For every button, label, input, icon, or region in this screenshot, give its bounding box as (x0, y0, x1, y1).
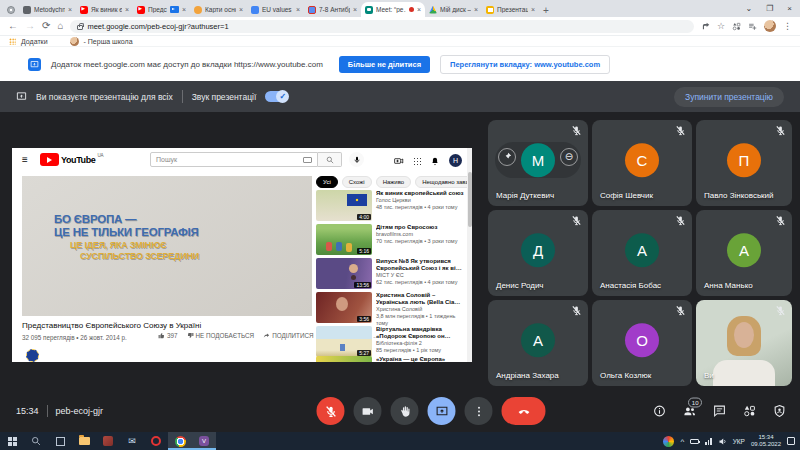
task-view-icon[interactable] (48, 432, 72, 450)
chip-all[interactable]: Усі (316, 176, 338, 188)
tab-karty[interactable]: Карти осно…× (190, 2, 247, 17)
forward-icon[interactable]: → (25, 21, 35, 31)
tab-7-8[interactable]: 7-8 Антибре…× (304, 2, 361, 17)
taskbar-search-icon[interactable] (24, 432, 48, 450)
back-icon[interactable]: ← (8, 21, 18, 31)
meeting-details-icon[interactable] (653, 405, 666, 418)
tab-close-icon[interactable]: × (417, 6, 421, 13)
create-video-icon[interactable] (394, 156, 404, 166)
like-button[interactable]: 397 (158, 332, 178, 339)
participant-tile[interactable]: Д Денис Родич (488, 210, 588, 296)
tab-close-icon[interactable]: × (239, 6, 243, 13)
view-tab-button[interactable]: Переглянути вкладку: www.youtube.com (440, 55, 610, 74)
chat-icon[interactable] (713, 405, 726, 418)
participant-tile[interactable]: ⊖ М Марія Дуткевич (488, 120, 588, 206)
suggested-video[interactable]: 5:27 Віртуальна мандрівка «Подорож Європ… (316, 326, 468, 358)
language-indicator[interactable]: УКР (733, 438, 745, 445)
taskbar-clock[interactable]: 15:3409.05.2022 (751, 434, 781, 449)
activities-icon[interactable] (743, 405, 756, 418)
youtube-search-button[interactable] (318, 152, 342, 167)
participants-icon[interactable]: 10 (683, 405, 696, 418)
tab-close-icon[interactable]: × (531, 6, 535, 13)
bookmark-apps[interactable]: Додатки (21, 38, 48, 45)
present-button[interactable] (428, 397, 456, 425)
bookmark-school[interactable]: - Перша школа (84, 38, 133, 45)
window-close-icon[interactable]: × (787, 4, 792, 13)
reload-icon[interactable]: ⟳ (42, 21, 50, 31)
participant-tile[interactable]: А Анна Манько (696, 210, 792, 296)
file-explorer-icon[interactable] (72, 432, 96, 450)
tab-drive[interactable]: Мій диск – G…× (425, 2, 482, 17)
suggested-video[interactable]: 13:56 Випуск №8 Як утворився Європейськи… (316, 258, 468, 290)
photos-app-icon[interactable] (96, 432, 120, 450)
home-icon[interactable]: ⌂ (57, 21, 63, 31)
video-player[interactable]: БО ЄВРОПА — ЦЕ НЕ ТІЛЬКИ ГЕОГРАФІЯ ЦЕ ІД… (22, 176, 312, 316)
leave-call-button[interactable] (502, 397, 546, 425)
youtube-logo[interactable]: YouTube UA (40, 153, 104, 166)
bookmark-star-icon[interactable]: ☆ (717, 21, 725, 31)
tab-close-icon[interactable]: × (68, 6, 72, 13)
volume-icon[interactable] (718, 437, 727, 446)
youtube-search-input[interactable]: Пошук (150, 152, 318, 167)
chip-live[interactable]: Наживо (376, 176, 412, 188)
window-maximize-icon[interactable]: ❐ (766, 4, 773, 13)
opera-icon[interactable] (144, 432, 168, 450)
chip-related[interactable]: Схожі (342, 176, 372, 188)
browser-menu-icon[interactable]: ⋮ (783, 21, 792, 31)
tab-pinned[interactable] (3, 2, 19, 17)
stop-presentation-button[interactable]: Зупинити презентацію (674, 87, 784, 107)
camera-toggle-button[interactable] (354, 397, 382, 425)
mail-app-icon[interactable]: ✉ (120, 432, 144, 450)
tab-close-icon[interactable]: × (125, 6, 129, 13)
raise-hand-button[interactable] (391, 397, 419, 425)
tab-meet-active[interactable]: Meet: “pe…× (361, 2, 425, 17)
network-icon[interactable] (705, 438, 712, 445)
tab-close-icon[interactable]: × (296, 6, 300, 13)
hidden-icons-chevron[interactable]: ^ (680, 437, 684, 446)
participant-tile[interactable]: О Ольга Козлюк (592, 300, 692, 386)
tab-youtube-1[interactable]: Як виник єв…× (76, 2, 133, 17)
tab-close-icon[interactable]: × (353, 6, 357, 13)
suggested-video[interactable]: 4:00 Як виник європейський союзГолос Цер… (316, 190, 468, 222)
mic-toggle-button[interactable] (317, 397, 345, 425)
participant-tile[interactable]: А Анастасія Бобас (592, 210, 692, 296)
hamburger-menu-icon[interactable]: ≡ (22, 154, 28, 165)
youtube-apps-icon[interactable] (413, 157, 421, 165)
new-tab-button[interactable]: + (539, 3, 553, 17)
account-avatar-icon[interactable] (663, 436, 674, 447)
stop-sharing-button[interactable]: Більше не ділитися (339, 56, 430, 73)
more-options-button[interactable] (465, 397, 493, 425)
tab-eu-values[interactable]: EU values th…× (247, 2, 304, 17)
page-scrollbar[interactable] (467, 148, 472, 362)
keyboard-icon[interactable] (303, 157, 312, 163)
chrome-icon[interactable] (168, 432, 192, 450)
chip-recent[interactable]: Нещодавно заван (415, 176, 467, 188)
profile-avatar[interactable] (764, 20, 776, 32)
battery-icon[interactable] (690, 439, 699, 444)
share-button[interactable]: ПОДІЛИТИСЯ (263, 332, 313, 339)
scrollbar-thumb[interactable] (468, 172, 472, 227)
tab-youtube-shared[interactable]: Предс× (133, 2, 190, 17)
address-bar[interactable]: meet.google.com/peb-ecoj-gjr?authuser=1 (70, 20, 693, 33)
host-controls-icon[interactable] (773, 405, 786, 418)
voice-search-icon[interactable] (349, 152, 364, 167)
pin-participant-icon[interactable] (498, 148, 516, 166)
presentation-audio-toggle[interactable]: ✓ (265, 91, 288, 102)
tab-close-icon[interactable]: × (474, 6, 478, 13)
suggested-video[interactable]: 5:16 Дітям про Євросоюзbravofilms.com70 … (316, 224, 468, 256)
suggested-video[interactable]: 3:56 Христина Соловій – Українська лють … (316, 292, 468, 324)
youtube-account-avatar[interactable]: Н (449, 154, 462, 167)
extensions-puzzle-icon[interactable] (732, 22, 741, 31)
participant-tile[interactable]: А Андріана Захара (488, 300, 588, 386)
self-video-tile[interactable]: Ви (696, 300, 792, 386)
reading-list-icon[interactable] (748, 22, 757, 31)
tab-slides[interactable]: Презентаці…× (482, 2, 539, 17)
dislike-button[interactable]: НЕ ПОДОБАЄТЬСЯ (187, 332, 255, 339)
suggested-video[interactable]: «Україна — це Європа» (316, 356, 468, 362)
send-tab-icon[interactable] (701, 22, 710, 31)
start-button[interactable] (0, 432, 24, 450)
notifications-bell-icon[interactable] (430, 156, 440, 166)
action-center-icon[interactable] (787, 437, 795, 445)
channel-avatar[interactable] (26, 349, 39, 362)
tab-close-icon[interactable]: × (182, 6, 186, 13)
